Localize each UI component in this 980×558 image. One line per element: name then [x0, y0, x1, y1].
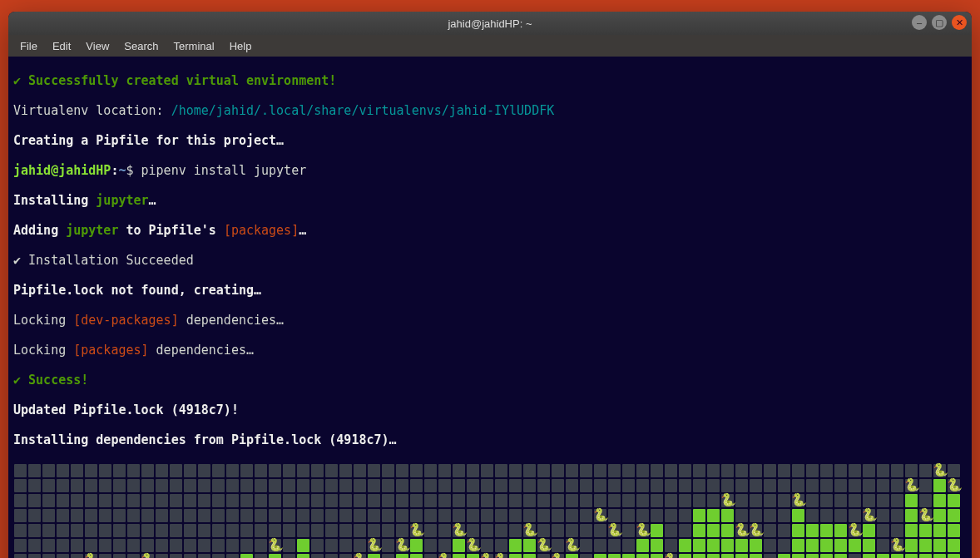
snake-icon: 🐍 [480, 552, 494, 558]
snake-icon: 🐍 [409, 522, 423, 537]
snake-icon: 🐍 [537, 537, 551, 552]
snake-icon: 🐍 [933, 462, 947, 477]
terminal-body[interactable]: ✔ Successfully created virtual environme… [8, 57, 972, 558]
snake-icon: 🐍 [395, 537, 409, 552]
check-icon: ✔ [13, 73, 28, 88]
snake-icon: 🐍 [522, 522, 537, 537]
term-line: Pipfile.lock not found, creating… [13, 283, 972, 298]
snake-icon: 🐍 [918, 507, 933, 522]
menu-help[interactable]: Help [223, 37, 259, 55]
snake-icon: 🐍 [141, 552, 155, 558]
menu-view[interactable]: View [79, 37, 116, 55]
snake-icon: 🐍 [268, 537, 282, 552]
snake-icon: 🐍 [749, 522, 763, 537]
snake-icon: 🐍 [565, 537, 579, 552]
menu-file[interactable]: File [13, 37, 44, 55]
snake-icon: 🐍 [890, 537, 904, 552]
snake-icon: 🐍 [353, 552, 367, 558]
snake-icon: 🐍 [367, 537, 381, 552]
menu-edit[interactable]: Edit [46, 37, 77, 55]
term-line: Locking [packages] dependencies… [13, 343, 972, 358]
snake-icon: 🐍 [947, 477, 961, 492]
menu-search[interactable]: Search [117, 37, 165, 55]
window-titlebar[interactable]: jahid@jahidHP: ~ – ▢ ✕ [8, 12, 972, 35]
menu-bar: File Edit View Search Terminal Help [8, 35, 972, 57]
snake-icon: 🐍 [452, 522, 466, 537]
term-line: ✔ Successfully created virtual environme… [13, 73, 972, 88]
snake-icon: 🐍 [438, 552, 452, 558]
snake-icon: 🐍 [636, 522, 650, 537]
snake-icon: 🐍 [904, 477, 918, 492]
term-line: Installing dependencies from Pipfile.loc… [13, 432, 972, 447]
close-button[interactable]: ✕ [952, 15, 967, 30]
term-line: ✔ Installation Succeeded [13, 253, 972, 268]
snake-icon: 🐍 [551, 552, 565, 558]
snake-icon: 🐍 [848, 522, 862, 537]
prompt-user: jahid@jahidHP [13, 163, 111, 178]
window-controls: – ▢ ✕ [912, 15, 967, 30]
snake-icon: 🐍 [607, 522, 621, 537]
snake-icon: 🐍 [735, 522, 749, 537]
command-text: pipenv install jupyter [141, 163, 307, 178]
snake-icon: 🐍 [862, 507, 876, 522]
term-line: jahid@jahidHP:~$ pipenv install jupyter [13, 163, 972, 178]
snake-icon: 🐍 [494, 552, 508, 558]
term-line: Creating a Pipfile for this project… [13, 133, 972, 148]
snake-icon: 🐍 [84, 552, 98, 558]
menu-terminal[interactable]: Terminal [167, 37, 221, 55]
terminal-window: jahid@jahidHP: ~ – ▢ ✕ File Edit View Se… [8, 12, 972, 558]
term-line: Locking [dev-packages] dependencies… [13, 313, 972, 328]
snake-icon: 🐍 [664, 552, 678, 558]
term-line: Updated Pipfile.lock (4918c7)! [13, 402, 972, 417]
window-title: jahid@jahidHP: ~ [448, 17, 532, 30]
snake-icon: 🐍 [791, 492, 805, 507]
term-line: ✔ Success! [13, 373, 972, 388]
check-icon: ✔ Success! [13, 373, 88, 388]
snake-icon: 🐍 [466, 537, 480, 552]
snake-icon: 🐍 [593, 507, 607, 522]
check-icon: ✔ Installation Succeeded [13, 253, 194, 268]
term-line: Adding jupyter to Pipfile's [packages]… [13, 223, 972, 238]
maximize-button[interactable]: ▢ [932, 15, 947, 30]
snake-icon: 🐍 [720, 492, 735, 507]
term-line: Virtualenv location: /home/jahid/.local/… [13, 103, 972, 118]
progress-bars: 🐍🐍🐍🐍🐍🐍🐍🐍🐍🐍🐍🐍🐍🐍🐍🐍🐍🐍🐍🐍🐍🐍🐍🐍🐍🐍🐍🐍🐍🐍🐍🐍🐍🐍🐍🐍🐍🐍🐍🐍… [13, 464, 972, 558]
minimize-button[interactable]: – [912, 15, 927, 30]
term-line: Installing jupyter… [13, 193, 972, 208]
